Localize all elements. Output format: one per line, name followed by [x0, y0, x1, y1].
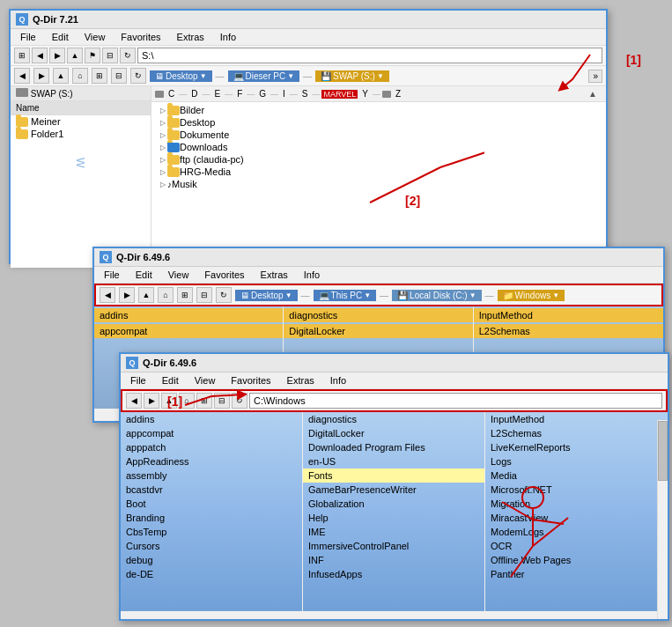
fi-inf[interactable]: INF	[303, 553, 484, 567]
expand-btn-1[interactable]: »	[588, 70, 602, 83]
fi-help[interactable]: Help	[303, 511, 484, 525]
fi-globalization[interactable]: Globalization	[303, 497, 484, 511]
nav-home-btn[interactable]: ⌂	[72, 68, 88, 84]
drive-tab-f[interactable]: F	[234, 89, 245, 99]
fi-addins[interactable]: addins	[121, 412, 302, 426]
tb3-home-btn[interactable]: ⌂	[179, 393, 195, 409]
nav2-windows[interactable]: 📁 Windows ▼	[498, 290, 565, 301]
tree-row-desktop[interactable]: ▷ Desktop	[151, 116, 606, 129]
nav-up-btn[interactable]: ▲	[53, 68, 69, 84]
tree-row-bilder[interactable]: ▷ Bilder	[151, 104, 606, 116]
fi-apppatch[interactable]: apppatch	[121, 440, 302, 454]
nav2-back-btn[interactable]: ◀	[100, 287, 115, 303]
fi-gamebar[interactable]: GameBarPresenceWriter	[303, 483, 484, 497]
menu-view-2[interactable]: View	[166, 269, 192, 281]
nav2-forward-btn[interactable]: ▶	[119, 287, 135, 303]
drive-tab-y[interactable]: Y	[359, 89, 371, 99]
drive-tab-s[interactable]: S	[299, 89, 311, 99]
fi-ocr[interactable]: OCR	[485, 539, 668, 553]
file-item-appcompat-2[interactable]: appcompat	[94, 324, 283, 338]
tree-row-ftp[interactable]: ▷ ftp (claudia-pc)	[151, 153, 606, 166]
file-item-l2schemas-2[interactable]: L2Schemas	[474, 324, 663, 338]
address-bar-1[interactable]	[137, 48, 602, 63]
menu-edit-1[interactable]: Edit	[49, 31, 71, 43]
tb-grid-btn[interactable]: ⊞	[14, 48, 30, 63]
tb-forward-btn[interactable]: ▶	[49, 48, 65, 63]
tb-grid2-btn[interactable]: ⊟	[102, 48, 118, 63]
fi-livekernelreports[interactable]: LiveKernelReports	[485, 440, 668, 454]
menu-extras-1[interactable]: Extras	[174, 31, 207, 43]
drive-tab-g[interactable]: G	[256, 89, 269, 99]
menu-view-1[interactable]: View	[82, 31, 108, 43]
tb-back-btn[interactable]: ◀	[32, 48, 48, 63]
tb3-up-btn[interactable]: ▲	[161, 393, 177, 409]
fi-dede[interactable]: de-DE	[121, 567, 302, 581]
nav-refresh-btn[interactable]: ↻	[130, 68, 146, 84]
menu-file-3[interactable]: File	[128, 374, 149, 387]
menu-info-1[interactable]: Info	[218, 31, 239, 43]
fi-l2schemas[interactable]: L2Schemas	[485, 426, 668, 440]
fi-cursors[interactable]: Cursors	[121, 539, 302, 553]
scrollbar-3[interactable]	[657, 420, 668, 619]
nav-dieser-pc[interactable]: 💻 Dieser PC ▼	[228, 70, 300, 82]
nav2-grid-btn[interactable]: ⊞	[177, 287, 193, 303]
nav2-grid2-btn[interactable]: ⊟	[196, 287, 212, 303]
tree-row-musik[interactable]: ▷ ♪ Musik	[151, 178, 606, 190]
tree-row-hrg[interactable]: ▷ HRG-Media	[151, 166, 606, 178]
fi-offlineweb[interactable]: Offline Web Pages	[485, 553, 668, 567]
menu-extras-2[interactable]: Extras	[258, 269, 291, 281]
drive-tab-i[interactable]: I	[280, 89, 288, 99]
tb3-forward-btn[interactable]: ▶	[144, 393, 159, 409]
scroll-up-arrow[interactable]: ▲	[405, 88, 602, 100]
menu-info-3[interactable]: Info	[328, 374, 349, 387]
menu-favorites-2[interactable]: Favorites	[202, 269, 247, 281]
menu-favorites-3[interactable]: Favorites	[228, 374, 273, 387]
scrollbar-thumb-3[interactable]	[658, 421, 668, 481]
fi-miracastview[interactable]: MiracastView	[485, 511, 668, 525]
file-item-addins-2[interactable]: addins	[94, 308, 283, 322]
fi-downloaded[interactable]: Downloaded Program Files	[303, 440, 484, 454]
fi-boot[interactable]: Boot	[121, 497, 302, 511]
drive-tab-d[interactable]: D	[188, 89, 200, 99]
file-item-digitallocker-2[interactable]: DigitalLocker	[284, 324, 472, 338]
menu-extras-3[interactable]: Extras	[284, 374, 317, 387]
drive-tab-z[interactable]: Z	[393, 89, 403, 99]
menu-info-2[interactable]: Info	[301, 269, 322, 281]
menu-file-2[interactable]: File	[101, 269, 122, 281]
fi-ime[interactable]: IME	[303, 525, 484, 539]
tb3-grid2-btn[interactable]: ⊟	[214, 393, 230, 409]
nav-grid-btn[interactable]: ⊞	[92, 68, 107, 84]
file-item-diagnostics-2[interactable]: diagnostics	[284, 308, 472, 322]
fi-branding[interactable]: Branding	[121, 511, 302, 525]
fi-modemlogs[interactable]: ModemLogs	[485, 525, 668, 539]
tree-item-folder1[interactable]: Folder1	[11, 128, 151, 140]
tree-row-dokumente[interactable]: ▷ Dokumente	[151, 129, 606, 141]
tb3-back-btn[interactable]: ◀	[126, 393, 142, 409]
fi-media[interactable]: Media	[485, 468, 668, 483]
nav2-desktop[interactable]: 🖥 Desktop ▼	[235, 290, 298, 301]
tb3-refresh-btn[interactable]: ↻	[232, 393, 247, 409]
fi-migration[interactable]: Migration	[485, 497, 668, 511]
fi-digitallocker[interactable]: DigitalLocker	[303, 426, 484, 440]
menu-view-3[interactable]: View	[192, 374, 218, 387]
nav-desktop-1[interactable]: 🖥 Desktop ▼	[150, 70, 212, 82]
fi-enus[interactable]: en-US	[303, 454, 484, 468]
file-item-inputmethod-2[interactable]: InputMethod	[474, 308, 663, 322]
nav2-refresh-btn[interactable]: ↻	[216, 287, 232, 303]
fi-inputmethod[interactable]: InputMethod	[485, 412, 668, 426]
nav2-this-pc[interactable]: 💻 This PC ▼	[314, 290, 376, 301]
nav-forward-btn[interactable]: ▶	[33, 68, 49, 84]
drive-tab-e[interactable]: E	[211, 89, 223, 99]
tb-flag-btn[interactable]: ⚑	[85, 48, 100, 63]
menu-edit-3[interactable]: Edit	[159, 374, 181, 387]
menu-favorites-1[interactable]: Favorites	[118, 31, 163, 43]
fi-logs[interactable]: Logs	[485, 454, 668, 468]
fi-panther[interactable]: Panther	[485, 567, 668, 581]
fi-diagnostics[interactable]: diagnostics	[303, 412, 484, 426]
fi-immersive[interactable]: ImmersiveControlPanel	[303, 539, 484, 553]
fi-fonts[interactable]: Fonts	[303, 468, 484, 483]
tb-refresh-btn[interactable]: ↻	[120, 48, 136, 63]
fi-appreadiness[interactable]: AppReadiness	[121, 454, 302, 468]
nav-grid2-btn[interactable]: ⊟	[111, 68, 127, 84]
tree-row-downloads[interactable]: ▷ Downloads	[151, 141, 606, 153]
